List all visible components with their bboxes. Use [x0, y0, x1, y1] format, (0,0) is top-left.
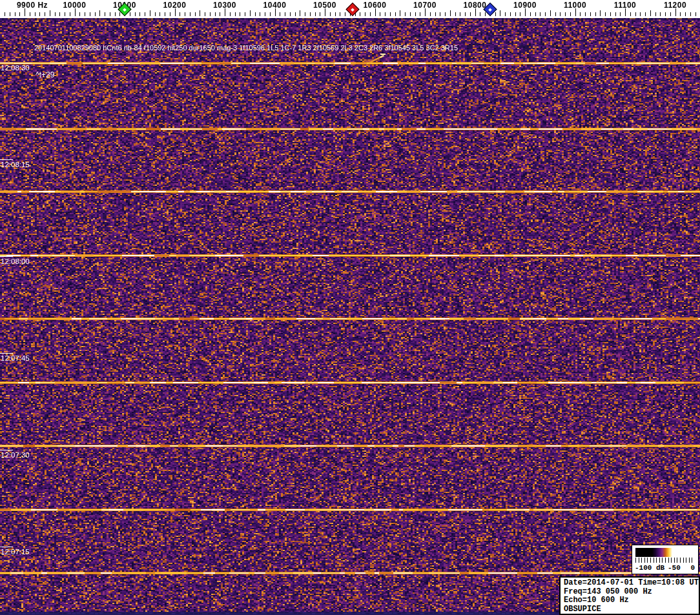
- frequency-tick: [215, 12, 216, 16]
- frequency-tick: [395, 12, 396, 16]
- frequency-tick: [495, 12, 496, 16]
- frequency-tick: [190, 12, 190, 16]
- event-annotation: 20140701100829080 hCnt6 nb-84 f10592 hit…: [34, 45, 458, 52]
- frequency-tick: [155, 12, 156, 16]
- frequency-tick: [470, 12, 471, 16]
- spectrogram-waterfall: [0, 18, 700, 615]
- frequency-tick: [660, 12, 661, 16]
- frequency-tick: [185, 12, 185, 16]
- frequency-tick: [570, 12, 571, 16]
- frequency-label: 10000: [63, 1, 87, 10]
- frequency-tick: [310, 12, 311, 16]
- frequency-tick: [695, 12, 696, 16]
- frequency-tick: [270, 12, 271, 16]
- frequency-ruler: 9900 Hz100001010010200103001040010500106…: [0, 0, 700, 18]
- time-tick-dash: [0, 159, 13, 160]
- frequency-tick: [405, 12, 406, 16]
- frequency-tick: [70, 12, 70, 16]
- frequency-tick: [545, 12, 546, 16]
- frequency-tick: [690, 12, 691, 16]
- frequency-tick: [530, 12, 531, 16]
- frequency-tick: [430, 12, 431, 16]
- frequency-tick: [290, 12, 291, 16]
- frequency-tick: [550, 10, 551, 16]
- frequency-tick: [630, 12, 631, 16]
- frequency-tick: [640, 12, 641, 16]
- frequency-tick: [45, 12, 45, 16]
- frequency-label: 10700: [413, 1, 437, 10]
- frequency-tick: [520, 12, 520, 16]
- frequency-tick: [580, 12, 581, 16]
- frequency-tick: [445, 12, 446, 16]
- frequency-tick: [250, 10, 251, 16]
- time-tick-dash: [0, 353, 13, 354]
- marker-center-dot: [351, 8, 355, 12]
- time-label: 12:07:30: [1, 451, 30, 459]
- frequency-tick: [99, 10, 100, 16]
- frequency-tick: [265, 12, 265, 16]
- frequency-tick: [565, 12, 566, 16]
- frequency-tick: [230, 12, 231, 16]
- frequency-tick: [315, 12, 316, 16]
- time-tick-dash: [0, 547, 13, 547]
- frequency-tick: [345, 12, 345, 16]
- frequency-tick: [455, 12, 456, 16]
- frequency-tick: [285, 12, 285, 16]
- frequency-tick: [115, 12, 116, 16]
- frequency-tick: [139, 12, 140, 16]
- frequency-label: 10400: [263, 1, 287, 10]
- frequency-tick: [585, 12, 586, 16]
- frequency-tick: [240, 12, 240, 16]
- frequency-tick: [180, 12, 180, 16]
- frequency-tick: [170, 12, 170, 16]
- color-gradient-bar: [635, 548, 695, 557]
- marker-center-dot: [488, 8, 492, 12]
- frequency-tick: [385, 12, 386, 16]
- frequency-tick: [145, 12, 145, 16]
- frequency-tick: [590, 12, 591, 16]
- frequency-tick: [245, 12, 245, 16]
- frequency-tick: [65, 12, 65, 16]
- frequency-tick: [435, 12, 436, 16]
- frequency-tick: [165, 12, 165, 16]
- time-label: 12:08:00: [1, 257, 30, 265]
- frequency-tick: [635, 12, 636, 16]
- frequency-tick: [440, 12, 440, 16]
- legend-max-label: 0: [690, 564, 695, 572]
- frequency-tick: [205, 12, 205, 16]
- status-info-box: Date=2014-07-01 Time=10:08 UTC Freq=143 …: [559, 576, 700, 615]
- time-label: 12:07:15: [1, 548, 30, 556]
- frequency-tick: [665, 12, 666, 16]
- frequency-tick: [410, 12, 411, 16]
- frequency-tick: [320, 12, 320, 16]
- frequency-tick: [235, 12, 236, 16]
- frequency-tick: [340, 12, 340, 16]
- frequency-tick: [535, 12, 536, 16]
- frequency-label: 10600: [364, 1, 387, 10]
- frequency-tick: [555, 12, 556, 16]
- frequency-label: 11000: [564, 1, 586, 10]
- spectrogram-area: 20140701100829080 hCnt6 nb-84 f10592 hit…: [0, 18, 700, 615]
- frequency-tick: [505, 12, 506, 16]
- info-station: OBSUPICE: [564, 605, 699, 614]
- frequency-tick: [655, 12, 656, 16]
- frequency-tick: [135, 12, 136, 16]
- red-marker-diamond-icon[interactable]: [346, 3, 360, 16]
- frequency-tick: [610, 12, 611, 16]
- frequency-tick: [510, 12, 511, 16]
- frequency-tick: [645, 12, 646, 16]
- frequency-tick: [370, 12, 371, 16]
- info-frequency: Freq=143 050 000 Hz: [564, 588, 699, 597]
- frequency-tick: [130, 12, 130, 16]
- frequency-tick: [150, 10, 150, 16]
- frequency-tick: [420, 12, 420, 16]
- frequency-tick: [680, 12, 681, 16]
- frequency-tick: [5, 12, 5, 16]
- frequency-tick: [295, 12, 296, 16]
- frequency-tick: [280, 12, 280, 16]
- frequency-tick: [620, 12, 621, 16]
- frequency-tick: [195, 12, 196, 16]
- frequency-tick: [605, 12, 606, 16]
- frequency-tick: [59, 12, 60, 16]
- frequency-tick: [305, 12, 305, 16]
